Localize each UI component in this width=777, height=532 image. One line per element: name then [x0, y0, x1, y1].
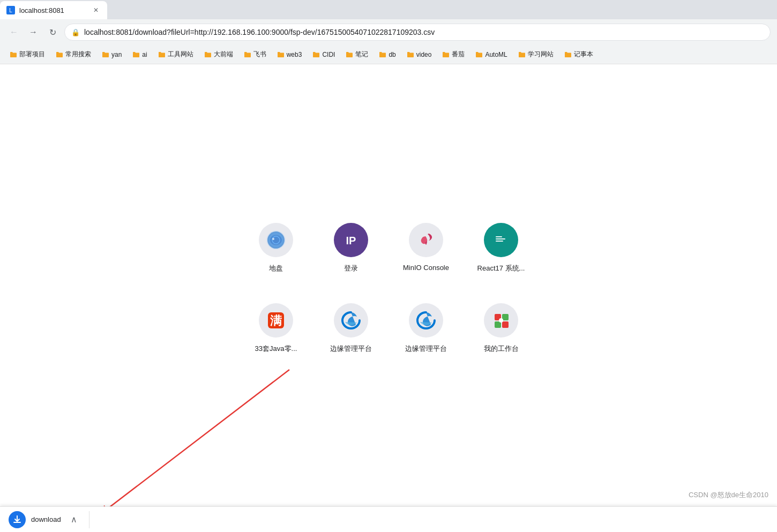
bookmark-label: 部署项目: [19, 50, 45, 59]
svg-text:IP: IP: [346, 235, 356, 246]
svg-rect-7: [496, 236, 502, 237]
bookmark-label: web3: [287, 51, 302, 58]
bookmark-bm-deploy[interactable]: 部署项目: [5, 48, 49, 61]
csdn-watermark: CSDN @怒放de生命2010: [689, 490, 768, 500]
shortcut-workspace-label: 我的工作台: [484, 344, 519, 354]
shortcut-workspace-icon: [484, 303, 518, 338]
shortcut-workspace[interactable]: 我的工作台: [466, 295, 536, 370]
shortcut-edge2-label: 边缘管理平台: [405, 344, 447, 354]
shortcut-dipan[interactable]: 地盘: [241, 214, 311, 289]
folder-icon: [132, 51, 140, 58]
folder-icon: [312, 51, 320, 58]
shortcut-minio-icon: [409, 223, 443, 257]
folder-icon: [10, 51, 17, 58]
address-bar[interactable]: 🔒 localhost:8081/download?fileUrl=http:/…: [64, 24, 771, 41]
bookmark-label: yan: [111, 51, 122, 58]
bookmark-label: 飞书: [253, 50, 266, 59]
download-filename: download: [31, 515, 61, 523]
bookmark-bm-automl[interactable]: AutoML: [471, 49, 511, 61]
bookmark-label: 工具网站: [168, 50, 193, 59]
shortcut-dipan-icon: [259, 223, 293, 257]
tab-close-button[interactable]: ✕: [91, 5, 101, 15]
bookmark-bm-tomato[interactable]: 番茄: [438, 48, 469, 61]
folder-icon: [102, 51, 109, 58]
bookmark-bm-notes[interactable]: 笔记: [341, 48, 372, 61]
svg-rect-8: [496, 238, 505, 239]
shortcut-react17[interactable]: React17 系统...: [466, 214, 536, 289]
folder-icon: [346, 51, 353, 58]
bookmark-bm-video[interactable]: video: [402, 49, 436, 61]
bookmarks-bar: 部署项目常用搜索yanai工具网站大前端飞书web3CIDI笔记dbvideo番…: [0, 45, 777, 64]
bookmark-label: ai: [142, 51, 147, 58]
shortcut-login[interactable]: IP 登录: [316, 214, 386, 289]
svg-line-20: [107, 370, 289, 509]
bookmark-label: 番茄: [452, 50, 465, 59]
svg-rect-17: [502, 321, 509, 328]
bookmark-bm-ai[interactable]: ai: [128, 49, 151, 61]
folder-icon: [475, 51, 483, 58]
bookmark-bm-frontend[interactable]: 大前端: [200, 48, 237, 61]
active-tab[interactable]: L localhost:8081 ✕: [0, 1, 107, 19]
download-bar: download ∧: [0, 506, 777, 532]
download-file-icon: [9, 511, 26, 528]
shortcut-edge2-icon: [409, 303, 443, 338]
shortcut-edge1-label: 边缘管理平台: [330, 344, 372, 354]
back-button[interactable]: ←: [6, 25, 21, 40]
url-text: localhost:8081/download?fileUrl=http://1…: [84, 28, 435, 36]
bookmark-label: AutoML: [485, 51, 507, 58]
lock-icon: 🔒: [71, 28, 80, 36]
folder-icon: [277, 51, 285, 58]
shortcut-login-icon: IP: [334, 223, 368, 257]
bookmark-bm-tools[interactable]: 工具网站: [154, 48, 198, 61]
download-item: download ∧: [9, 511, 92, 528]
folder-icon: [56, 51, 63, 58]
bookmark-bm-web3[interactable]: web3: [273, 49, 307, 61]
bookmark-bm-feishu[interactable]: 飞书: [240, 48, 271, 61]
bookmark-bm-yan[interactable]: yan: [98, 49, 126, 61]
shortcut-java33[interactable]: 满 33套Java零...: [241, 295, 311, 370]
shortcut-java33-icon: 满: [259, 303, 293, 338]
svg-rect-16: [495, 321, 501, 328]
bookmark-label: 大前端: [214, 50, 233, 59]
shortcut-login-label: 登录: [344, 264, 358, 273]
shortcut-minio[interactable]: MinIO Console: [391, 214, 461, 289]
main-content: 地盘 IP 登录 MinIO Console: [0, 64, 777, 532]
bookmark-label: db: [388, 51, 395, 58]
svg-text:满: 满: [270, 314, 282, 327]
shortcut-edge1-icon: [334, 303, 368, 338]
forward-button[interactable]: →: [26, 25, 41, 40]
arrow-annotation: [70, 354, 295, 525]
shortcut-minio-label: MinIO Console: [403, 264, 449, 272]
folder-icon: [442, 51, 450, 58]
shortcut-edge1[interactable]: 边缘管理平台: [316, 295, 386, 370]
reload-button[interactable]: ↻: [45, 25, 60, 40]
download-separator: [89, 511, 89, 528]
shortcut-dipan-label: 地盘: [269, 264, 283, 273]
nav-bar: ← → ↻ 🔒 localhost:8081/download?fileUrl=…: [0, 19, 777, 45]
svg-point-4: [272, 238, 274, 240]
bookmark-bm-cidi[interactable]: CIDI: [308, 49, 339, 61]
svg-rect-15: [502, 314, 509, 320]
bookmark-label: video: [416, 51, 432, 58]
folder-icon: [379, 51, 386, 58]
bookmark-bm-search[interactable]: 常用搜索: [51, 48, 95, 61]
tab-favicon: L: [6, 6, 15, 14]
bookmark-bm-db[interactable]: db: [375, 49, 400, 61]
shortcut-react17-icon: [484, 223, 518, 257]
shortcut-edge2[interactable]: 边缘管理平台: [391, 295, 461, 370]
folder-icon: [158, 51, 166, 58]
folder-icon: [244, 51, 251, 58]
tab-title: localhost:8081: [19, 6, 87, 14]
bookmark-label: 常用搜索: [65, 50, 91, 59]
bookmark-bm-learn[interactable]: 学习网站: [514, 48, 558, 61]
svg-point-18: [499, 318, 503, 323]
tab-bar: L localhost:8081 ✕: [0, 0, 777, 19]
folder-icon: [407, 51, 414, 58]
bookmark-bm-notepad[interactable]: 记事本: [560, 48, 597, 61]
download-chevron-button[interactable]: ∧: [66, 512, 81, 527]
folder-icon: [204, 51, 212, 58]
bookmark-label: 学习网站: [528, 50, 554, 59]
bookmark-label: CIDI: [322, 51, 335, 58]
bookmark-label: 笔记: [355, 50, 368, 59]
folder-icon: [564, 51, 572, 58]
